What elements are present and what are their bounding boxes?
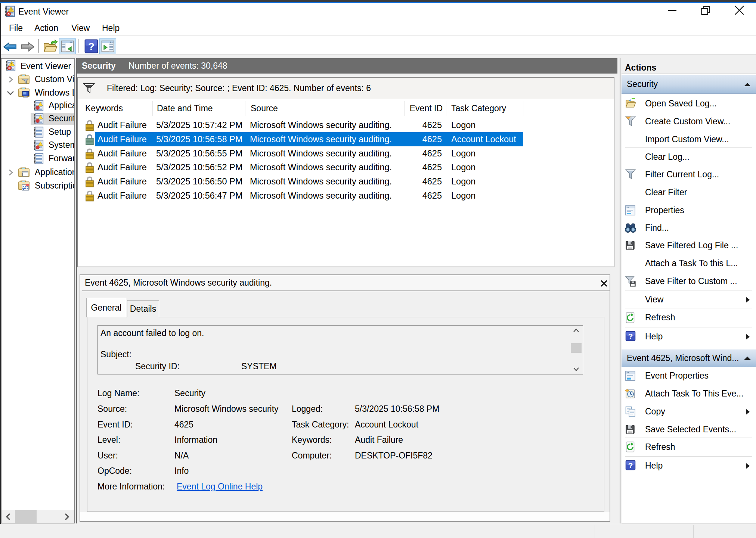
svg-text:?: ? <box>628 461 633 470</box>
svg-text:?: ? <box>628 332 633 340</box>
svg-text:?: ? <box>88 41 94 52</box>
